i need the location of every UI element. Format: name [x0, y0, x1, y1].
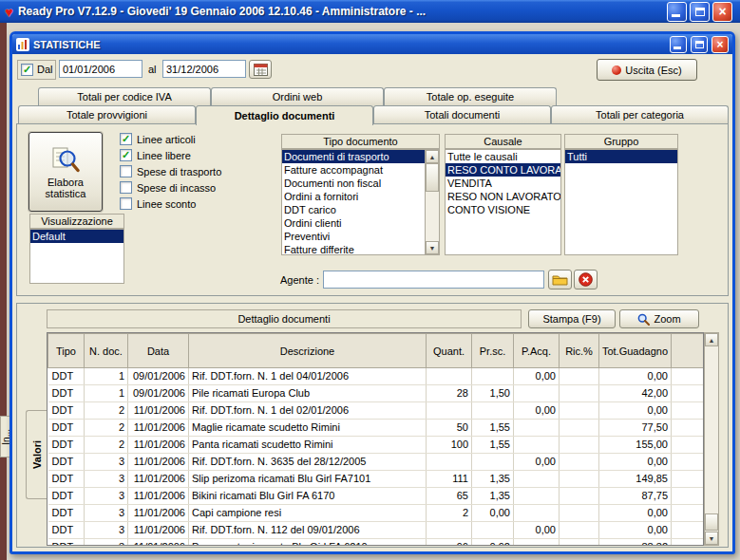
cell: 0,00	[514, 402, 560, 420]
column-header-tipo[interactable]: Tipo	[48, 334, 85, 368]
cell: 11/01/2006	[128, 539, 189, 547]
checkbox-linee-articoli[interactable]: ✓	[120, 133, 132, 145]
list-item-ddt-carico[interactable]: DDT carico	[282, 203, 439, 216]
column-header-quant[interactable]: Quant.	[427, 334, 472, 368]
list-item-vendita[interactable]: VENDITA	[446, 177, 560, 190]
close-button[interactable]: ×	[712, 2, 732, 22]
tipo-documento-header[interactable]: Tipo documento	[281, 134, 440, 149]
tab-totali-per-categoria[interactable]: Totali per categoria	[551, 105, 729, 123]
option-linee-libere[interactable]: ✓Linee libere	[120, 149, 221, 161]
valori-tab[interactable]: Valori	[26, 410, 47, 499]
scroll-thumb[interactable]	[705, 513, 718, 531]
statistiche-maximize-button[interactable]	[691, 36, 708, 53]
list-item-default[interactable]: Default	[30, 230, 123, 243]
cell: 11/01/2006	[128, 488, 189, 505]
scroll-down-icon[interactable]: ▼	[426, 241, 439, 254]
agente-browse-button[interactable]	[548, 270, 572, 289]
date-filter-checkbox[interactable]: ✓	[21, 64, 33, 76]
agente-input[interactable]	[323, 271, 544, 289]
column-header-n-doc[interactable]: N. doc.	[85, 334, 128, 368]
list-item-fatture-differite[interactable]: Fatture differite	[282, 243, 439, 255]
column-header-p-acq[interactable]: P.Acq.	[514, 334, 560, 368]
stampa-label: Stampa (F9)	[542, 313, 600, 325]
scroll-up-icon[interactable]: ▲	[426, 150, 439, 163]
minimize-button[interactable]	[667, 2, 687, 22]
table-row[interactable]: DDT311/01/2006Bikini ricamati Blu Girl F…	[48, 488, 704, 505]
list-item-documenti-di-trasporto[interactable]: Documenti di trasporto	[282, 150, 439, 163]
table-scrollbar[interactable]: ▲ ▼	[704, 332, 719, 546]
delete-icon	[579, 272, 593, 287]
option-linee-sconto[interactable]: Linee sconto	[120, 197, 221, 210]
cell	[560, 505, 599, 522]
tab-totale-op-eseguite[interactable]: Totale op. eseguite	[384, 87, 557, 105]
table-row[interactable]: DDT311/01/2006Rif. DDT.forn. N. 112 del …	[48, 522, 704, 539]
agente-clear-button[interactable]	[574, 270, 598, 289]
list-item-reso-conto-lavora[interactable]: RESO CONTO LAVORA	[446, 163, 560, 177]
table-row[interactable]: DDT109/01/2006Pile ricamati Europa Club2…	[48, 385, 704, 402]
scroll-down-icon[interactable]: ▼	[705, 532, 718, 545]
table-row[interactable]: DDT311/01/2006Rif. DDT.forn. N. 3635 del…	[48, 454, 704, 471]
cell: 3	[85, 454, 128, 471]
cell: 77,50	[599, 420, 672, 437]
cell: Slip perizoma ricamati Blu Girl FA7101	[189, 471, 427, 488]
list-item-reso-non-lavorato[interactable]: RESO NON LAVORATO	[446, 190, 560, 203]
statistiche-titlebar[interactable]: STATISTICHE ×	[12, 34, 732, 54]
table-row[interactable]: DDT211/01/2006Panta ricamati scudetto Ri…	[48, 437, 704, 454]
list-item-ordini-clienti[interactable]: Ordini clienti	[282, 216, 439, 230]
table-row[interactable]: DDT109/01/2006Rif. DDT.forn. N. 1 del 04…	[48, 368, 704, 385]
statistiche-minimize-button[interactable]	[670, 36, 687, 53]
list-item-preventivi[interactable]: Preventivi	[282, 230, 439, 243]
checkbox-linee-libere[interactable]: ✓	[120, 149, 132, 161]
tipo-documento-scrollbar[interactable]: ▲ ▼	[425, 150, 439, 254]
list-item-documenti-non-fiscal[interactable]: Documenti non fiscal	[282, 177, 439, 190]
list-item-tutti[interactable]: Tutti	[565, 150, 677, 163]
table-row[interactable]: DDT211/01/2006Rif. DDT.forn. N. 1 del 02…	[48, 402, 704, 420]
list-item-conto-visione[interactable]: CONTO VISIONE	[446, 203, 560, 216]
scroll-thumb[interactable]	[426, 163, 439, 192]
tab-totale-provvigioni[interactable]: Totale provvigioni	[18, 105, 196, 123]
table-row[interactable]: DDT311/01/2006Pareo corto ricamato Blu G…	[48, 539, 704, 547]
documents-grid: TipoN. doc.DataDescrizioneQuant.Pr.sc.P.…	[47, 332, 704, 546]
cell: 1,55	[472, 420, 514, 437]
list-item-tutte-le-causali[interactable]: Tutte le causali	[446, 150, 560, 163]
list-item-fatture-accompagnat[interactable]: Fatture accompagnat	[282, 163, 439, 177]
tab-dettaglio-documenti[interactable]: Dettaglio documenti	[196, 105, 373, 125]
statistiche-close-button[interactable]: ×	[712, 36, 729, 53]
elabora-statistica-button[interactable]: Elabora statistica	[28, 132, 103, 212]
column-header-ric[interactable]: Ric.%	[560, 334, 599, 368]
table-row[interactable]: DDT311/01/2006Slip perizoma ricamati Blu…	[48, 471, 704, 488]
column-header-descrizione[interactable]: Descrizione	[189, 334, 427, 368]
checkbox-spese-di-incasso[interactable]	[120, 181, 132, 194]
tab-totali-documenti[interactable]: Totali documenti	[373, 105, 551, 123]
main-titlebar[interactable]: ♥ Ready Pro V7.12.9 - Giovedi' 19 Gennai…	[0, 0, 740, 23]
scroll-up-icon[interactable]: ▲	[705, 333, 718, 346]
checkbox-spese-di-trasporto[interactable]	[120, 165, 132, 177]
column-header-pr-sc[interactable]: Pr.sc.	[472, 334, 514, 368]
calendar-button[interactable]	[249, 60, 272, 79]
column-header-tot-guadagno[interactable]: Tot.Guadagno	[599, 334, 672, 368]
cell: 11/01/2006	[128, 471, 189, 488]
al-label: al	[148, 64, 157, 75]
list-item-ordini-a-fornitori[interactable]: Ordini a fornitori	[282, 190, 439, 203]
option-spese-di-incasso[interactable]: Spese di incasso	[120, 181, 221, 194]
stampa-button[interactable]: Stampa (F9)	[528, 309, 616, 328]
table-row[interactable]: DDT311/01/2006Capi campione resi20,000,0…	[48, 505, 704, 522]
tab-row-2: Totale provvigioniDettaglio documentiTot…	[18, 105, 729, 123]
option-linee-articoli[interactable]: ✓Linee articoli	[120, 133, 221, 145]
cell-filler	[672, 539, 704, 547]
date-to-input[interactable]	[162, 60, 246, 78]
checkbox-linee-sconto[interactable]	[120, 197, 132, 210]
zoom-button[interactable]: Zoom	[619, 309, 699, 328]
option-spese-di-trasporto[interactable]: Spese di trasporto	[120, 165, 221, 177]
maximize-button[interactable]	[690, 2, 710, 22]
tab-totali-per-codice-iva[interactable]: Totali per codice IVA	[38, 87, 211, 105]
uscita-esc-button[interactable]: Uscita (Esc)	[597, 59, 697, 81]
table-row[interactable]: DDT211/01/2006Maglie ricamate scudetto R…	[48, 420, 704, 437]
column-header-data[interactable]: Data	[128, 334, 189, 368]
date-from-input[interactable]	[59, 60, 142, 78]
causale-header[interactable]: Causale	[445, 134, 561, 149]
gruppo-header[interactable]: Gruppo	[564, 134, 678, 149]
tab-ordini-web[interactable]: Ordini web	[211, 87, 384, 105]
cell: 2	[85, 437, 128, 454]
cell: 11/01/2006	[128, 402, 189, 420]
